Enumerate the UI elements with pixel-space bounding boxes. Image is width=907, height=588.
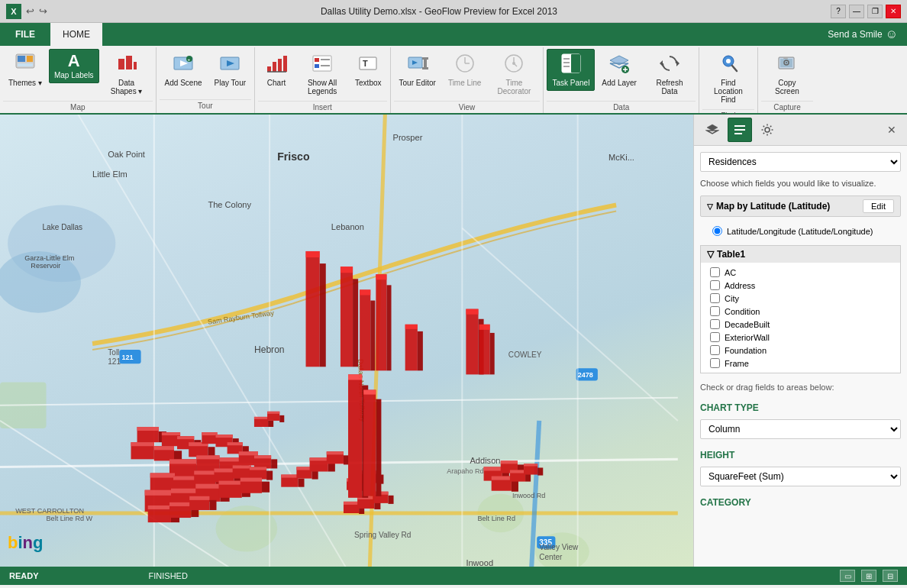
play-tour-label: Play Tour <box>215 79 247 87</box>
svg-rect-269 <box>363 390 376 395</box>
field-checkbox-decadebuilt[interactable] <box>710 319 720 329</box>
textbox-btn[interactable]: T Textbox <box>350 49 386 91</box>
page-break-btn[interactable]: ⊟ <box>883 570 898 582</box>
panel-header: ✕ <box>694 115 907 146</box>
svg-rect-29 <box>422 67 428 69</box>
panel-close-btn[interactable]: ✕ <box>883 122 901 137</box>
file-tab[interactable]: FILE <box>0 23 50 46</box>
svg-rect-224 <box>310 457 328 460</box>
panel-layers-btn[interactable] <box>700 118 725 142</box>
chart-type-select[interactable]: Column Bubble Region <box>700 419 901 439</box>
chart-label: Chart <box>267 79 286 87</box>
svg-rect-254 <box>524 464 537 466</box>
data-shapes-label: Data Shapes ▾ <box>106 79 147 95</box>
show-all-legends-btn[interactable]: Show All Legends <box>296 49 348 99</box>
textbox-icon: T <box>357 53 379 77</box>
add-scene-icon: + <box>173 53 194 77</box>
data-shapes-icon <box>116 53 137 77</box>
field-item-address: Address <box>701 279 900 292</box>
svg-rect-179 <box>173 477 196 480</box>
table-section: ▽ Table1 AC Address City <box>700 245 901 373</box>
panel-desc: Choose which fields you would like to vi… <box>700 178 901 189</box>
svg-rect-245 <box>501 460 518 464</box>
svg-rect-194 <box>145 490 174 496</box>
svg-rect-125 <box>466 309 478 315</box>
page-layout-btn[interactable]: ⊞ <box>861 570 876 582</box>
panel-fields-btn[interactable] <box>728 118 752 142</box>
svg-text:Oak Point: Oak Point <box>108 150 145 159</box>
svg-rect-270 <box>376 399 381 496</box>
map-labels-label: Map Labels <box>54 71 94 79</box>
field-checkbox-condition[interactable] <box>710 306 720 316</box>
svg-rect-218 <box>281 475 298 478</box>
svg-rect-174 <box>271 459 277 468</box>
map-area[interactable]: 335 121 2478 Oak Point Little Elm Lake <box>0 115 693 567</box>
svg-rect-5 <box>126 56 132 69</box>
ribbon: Themes ▾ A Map Labels Data Shapes ▾ Map … <box>0 46 907 115</box>
help-btn[interactable]: ? <box>831 5 846 18</box>
add-layer-btn[interactable]: Add Layer <box>596 49 642 91</box>
svg-rect-130 <box>405 325 418 371</box>
svg-rect-167 <box>220 457 241 461</box>
map-by-label: Map by Latitude (Latitude) <box>716 201 830 212</box>
height-select[interactable]: SquareFeet (Sum) <box>700 467 901 486</box>
field-checkbox-frame[interactable] <box>710 358 720 368</box>
tour-editor-btn[interactable]: Tour Editor <box>394 49 441 91</box>
svg-text:Lebanon: Lebanon <box>331 222 364 231</box>
field-item-frame: Frame <box>701 357 900 370</box>
svg-rect-161 <box>169 459 196 464</box>
svg-marker-271 <box>707 124 718 131</box>
normal-view-btn[interactable]: ▭ <box>840 570 855 582</box>
themes-btn[interactable]: Themes ▾ <box>3 49 47 91</box>
play-tour-btn[interactable]: Play Tour <box>209 49 252 91</box>
svg-line-51 <box>732 66 737 71</box>
svg-rect-21 <box>315 64 319 68</box>
send-smile[interactable]: Send a Smile ☺ <box>818 23 907 46</box>
time-decorator-btn[interactable]: Time Decorator <box>488 49 540 99</box>
layer-select[interactable]: Residences <box>700 152 901 172</box>
task-panel: ✕ Residences Choose which fields you wou… <box>693 115 907 567</box>
refresh-data-btn[interactable]: Refresh Data <box>644 49 696 99</box>
home-tab[interactable]: HOME <box>50 23 102 46</box>
minimize-btn[interactable]: — <box>849 5 864 18</box>
tour-group-label: Tour <box>160 99 251 111</box>
field-checkbox-address[interactable] <box>710 280 720 290</box>
time-line-icon <box>454 53 476 77</box>
svg-rect-251 <box>510 470 525 473</box>
edit-btn[interactable]: Edit <box>863 199 894 213</box>
time-line-label: Time Line <box>448 79 482 87</box>
field-checkbox-exteriorwall[interactable] <box>710 332 720 342</box>
add-scene-btn[interactable]: + Add Scene <box>160 49 208 91</box>
field-list: AC Address City Condition <box>701 263 900 373</box>
show-all-legends-label: Show All Legends <box>302 79 343 95</box>
undo-btn[interactable]: ↩ <box>26 5 34 17</box>
map-labels-btn[interactable]: A Map Labels <box>49 49 99 83</box>
field-checkbox-foundation[interactable] <box>710 345 720 355</box>
panel-settings-btn[interactable] <box>755 118 780 142</box>
task-panel-btn[interactable]: Task Panel <box>547 49 595 91</box>
field-checkbox-ac[interactable] <box>710 267 720 277</box>
lat-lon-radio[interactable] <box>712 226 722 236</box>
svg-rect-222 <box>312 471 318 480</box>
svg-text:Reservoir: Reservoir <box>31 262 60 270</box>
field-checkbox-city[interactable] <box>710 293 720 303</box>
chart-btn[interactable]: Chart <box>258 49 295 91</box>
svg-text:The Colony: The Colony <box>208 200 251 209</box>
task-panel-icon <box>560 53 582 77</box>
copy-screen-btn[interactable]: Copy Screen <box>761 49 813 99</box>
find-location-btn[interactable]: Find Location Find <box>702 49 754 108</box>
map-by-section[interactable]: ▽ Map by Latitude (Latitude) Edit <box>700 195 901 217</box>
redo-btn[interactable]: ↪ <box>39 5 47 17</box>
svg-rect-1 <box>18 56 25 62</box>
svg-rect-236 <box>254 417 268 419</box>
svg-text:T: T <box>363 59 368 68</box>
close-btn[interactable]: ✕ <box>886 5 901 18</box>
panel-content: Residences Choose which fields you would… <box>694 146 907 567</box>
restore-btn[interactable]: ❐ <box>867 5 883 18</box>
svg-rect-119 <box>360 289 370 295</box>
table-section-header[interactable]: ▽ Table1 <box>701 246 900 263</box>
time-line-btn[interactable]: Time Line <box>443 49 487 91</box>
insert-group-label: Insert <box>258 101 386 113</box>
svg-rect-115 <box>341 267 353 367</box>
data-shapes-btn[interactable]: Data Shapes ▾ <box>101 49 153 99</box>
